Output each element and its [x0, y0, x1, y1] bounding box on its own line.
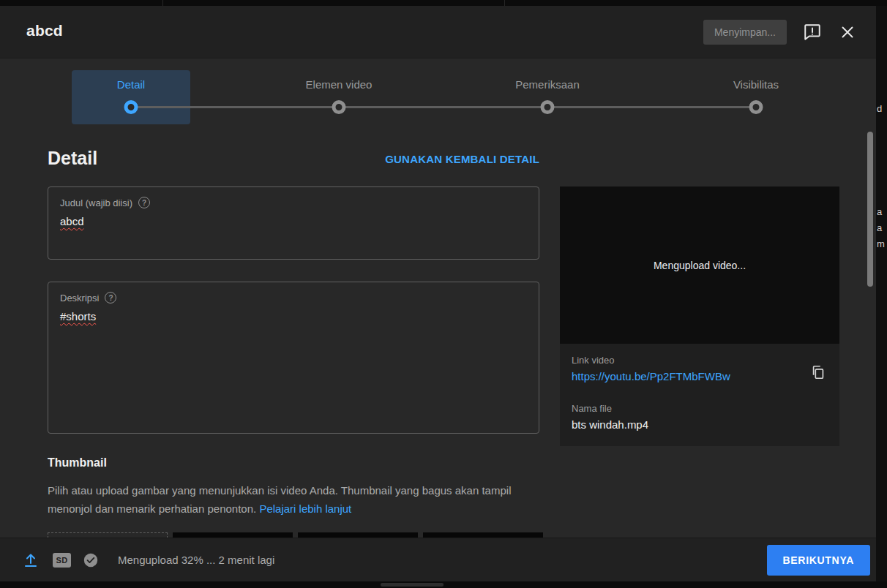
title-field-value[interactable]: abcd [60, 215, 527, 227]
help-icon[interactable]: ? [105, 292, 116, 304]
background-divider [504, 0, 505, 6]
dialog-footer: SD Mengupload 32% ... 2 menit lagi BERIK… [0, 538, 876, 581]
step-dot-detail[interactable] [124, 100, 138, 114]
next-button[interactable]: BERIKUTNYA [767, 545, 871, 576]
background-text-fragment: m [877, 238, 885, 249]
tab-pemeriksaan[interactable]: Pemeriksaan [515, 78, 580, 91]
feedback-icon[interactable] [803, 23, 822, 42]
background-page-right: d a a m [876, 6, 887, 581]
description-field-value[interactable]: #shorts [60, 310, 527, 323]
video-link[interactable]: https://youtu.be/Pp2FTMbFWBw [572, 370, 730, 382]
description-field-label-row: Deskripsi ? [60, 292, 527, 304]
help-glyph: ? [108, 294, 113, 302]
background-divider [162, 0, 163, 6]
step-dot-visibilitas[interactable] [749, 100, 763, 114]
background-text-fragment: d [877, 103, 882, 114]
background-text-fragment: a [877, 206, 882, 217]
upload-dialog: abcd Menyimpan... [0, 6, 876, 581]
video-info-panel: Link video https://youtu.be/Pp2FTMbFWBw … [560, 344, 839, 446]
filename-value: bts windah.mp4 [572, 418, 828, 431]
check-circle-icon [83, 552, 99, 568]
video-preview: Mengupload video... [560, 186, 839, 344]
title-field-label: Judul (wajib diisi) [60, 197, 132, 208]
help-glyph: ? [142, 199, 146, 207]
title-field[interactable]: Judul (wajib diisi) ? abcd [48, 186, 539, 260]
step-dot-elemen-video[interactable] [332, 100, 346, 114]
tab-elemen-video[interactable]: Elemen video [306, 78, 373, 91]
description-field[interactable]: Deskripsi ? #shorts [48, 282, 539, 434]
copy-icon[interactable] [807, 361, 829, 385]
background-page-bottom [0, 581, 887, 588]
section-heading: Detail [48, 148, 97, 169]
close-icon[interactable] [838, 23, 857, 42]
thumbnail-heading: Thumbnail [48, 456, 107, 470]
saving-status-button[interactable]: Menyimpan... [703, 20, 787, 45]
tab-detail[interactable]: Detail [117, 78, 145, 91]
thumbnail-description: Pilih atau upload gambar yang menunjukka… [48, 481, 523, 518]
video-title-heading: abcd [26, 22, 63, 39]
filename-label: Nama file [572, 403, 828, 414]
title-field-label-row: Judul (wajib diisi) ? [60, 197, 527, 208]
learn-more-link[interactable]: Pelajari lebih lanjut [259, 502, 351, 515]
background-fragment [381, 583, 443, 587]
stepper-progress-line [131, 106, 756, 108]
tab-visibilitas[interactable]: Visibilitas [733, 78, 779, 91]
upload-arrow-icon [22, 551, 40, 569]
scrollbar[interactable] [867, 132, 873, 287]
header-actions: Menyimpan... [703, 6, 857, 58]
sd-quality-badge: SD [53, 553, 71, 568]
dialog-header: abcd Menyimpan... [0, 6, 876, 59]
screen: d a a m abcd Menyimpan... [0, 0, 887, 588]
help-icon[interactable]: ? [138, 197, 150, 208]
step-dot-pemeriksaan[interactable] [541, 100, 555, 114]
reuse-details-button[interactable]: GUNAKAN KEMBALI DETAIL [385, 153, 539, 165]
background-text-fragment: a [877, 222, 882, 233]
description-field-label: Deskripsi [60, 293, 99, 304]
upload-status-text: Mengupload 32% ... 2 menit lagi [118, 554, 767, 566]
video-link-label: Link video [572, 355, 828, 366]
background-page-top [0, 0, 887, 6]
uploading-status-text: Mengupload video... [654, 260, 746, 271]
